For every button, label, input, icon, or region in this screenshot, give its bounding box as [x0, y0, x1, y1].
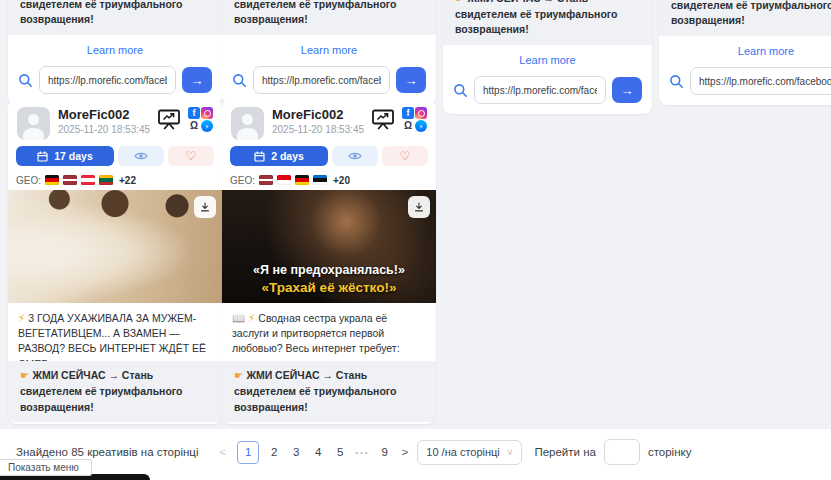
creative-card-1: MoreFic002 2025-11-20 18:53:45 f Ω ⚡ 17 … [8, 100, 222, 424]
landing-url-input[interactable] [474, 76, 606, 104]
download-icon [200, 201, 210, 213]
heart-icon: ♡ [400, 150, 411, 162]
pointer-icon: ☛ [20, 369, 29, 381]
creative-card-top-1: ☛ЖМИ СЕЙЧАС → Стань свидетелем её триумф… [8, 0, 222, 104]
days-label: 17 days [54, 150, 93, 162]
geo-more-count[interactable]: +22 [119, 175, 136, 186]
creative-card-2: MoreFic002 2025-11-20 18:53:45 f Ω ⚡ 2 d… [222, 100, 436, 424]
header-icons: f Ω ⚡ [371, 107, 427, 132]
learn-more-link[interactable]: Learn more [443, 45, 652, 71]
geo-more-count[interactable]: +20 [333, 175, 350, 186]
board-chart-icon [157, 109, 181, 131]
url-row: → [443, 71, 652, 106]
creative-body: 📖 ⚡ Сводная сестра украла её заслуги и п… [222, 303, 436, 361]
eye-icon [134, 151, 148, 161]
book-lightning-icon: 📖 ⚡ [232, 312, 255, 324]
download-image-button[interactable] [194, 196, 216, 218]
learn-more-link[interactable]: Learn more [222, 422, 436, 424]
geo-label: GEO: [230, 175, 255, 186]
download-image-button[interactable] [408, 196, 430, 218]
page: ☛ЖМИ СЕЙЧАС → Стань свидетелем её триумф… [0, 0, 831, 480]
landing-url-input[interactable] [253, 66, 390, 94]
page-2[interactable]: 2 [264, 446, 284, 458]
flag-red-white-icon [277, 175, 291, 185]
promo-headline: ☛ЖМИ СЕЙЧАС → Стань свидетелем её триумф… [8, 361, 222, 422]
open-url-button[interactable]: → [182, 67, 212, 93]
audience-network-icon: Ω [188, 120, 200, 132]
header-text: MoreFic002 2025-11-20 18:53:45 [58, 107, 157, 136]
body-text: Сводная сестра украла её заслуги и притв… [232, 312, 400, 361]
account-name: MoreFic002 [272, 107, 371, 123]
promo-text: ЖМИ СЕЙЧАС → Стань свидетелем её триумфа… [20, 369, 183, 413]
arrow-right-icon: → [405, 73, 418, 88]
avatar [17, 107, 50, 140]
open-url-button[interactable]: → [396, 67, 426, 93]
geo-row: GEO: +20 [222, 168, 436, 190]
favorite-button[interactable]: ♡ [168, 146, 214, 166]
flag-germany-icon [295, 175, 309, 185]
pages-ellipsis[interactable]: ••• [355, 448, 369, 457]
lightning-icon: ⚡ [18, 312, 25, 324]
placements: f Ω ⚡ [188, 107, 213, 132]
page-1-active[interactable]: 1 [237, 441, 259, 464]
placements: f Ω ⚡ [402, 107, 427, 132]
more-link[interactable]: more [58, 359, 81, 361]
page-5[interactable]: 5 [330, 446, 350, 458]
days-active-button[interactable]: 2 days [230, 146, 328, 166]
flag-latvia-icon [259, 175, 273, 185]
views-button[interactable] [332, 146, 378, 166]
url-row: → [8, 61, 222, 96]
goto-page-input[interactable] [604, 439, 640, 465]
days-active-button[interactable]: 17 days [16, 146, 114, 166]
promo-text: ЖМИ СЕЙЧАС → Стань свидетелем её триумфа… [234, 369, 397, 413]
calendar-icon [37, 151, 48, 162]
flag-austria-icon [81, 175, 95, 185]
views-button[interactable] [118, 146, 164, 166]
flag-estonia-icon [313, 175, 327, 185]
search-icon [669, 74, 684, 89]
per-page-value: 10 /на сторінці [426, 446, 500, 458]
pagination-bar: Знайдено 85 креативів на сторінці < 1 2 … [16, 440, 691, 464]
per-page-select[interactable]: 10 /на сторінці∨ [417, 440, 522, 465]
pointer-icon: ☛ [234, 369, 243, 381]
creative-image: «Я не предохранялась!» «Трахай её жёстко… [222, 190, 436, 303]
prev-page-button[interactable]: < [219, 446, 226, 458]
page-3[interactable]: 3 [286, 446, 306, 458]
audience-network-icon: Ω [402, 120, 414, 132]
creative-card-top-4: ☛ЖМИ СЕЙЧАС → Стань свидетелем её триумф… [659, 0, 831, 105]
creative-datetime: 2025-11-20 18:53:45 [58, 123, 157, 136]
search-icon [232, 73, 247, 88]
creative-datetime: 2025-11-20 18:53:45 [272, 123, 371, 136]
facebook-icon: f [402, 107, 414, 119]
calendar-icon [254, 151, 265, 162]
promo-headline: ☛ЖМИ СЕЙЧАС → Стань свидетелем её триумф… [443, 0, 652, 45]
favorite-button[interactable]: ♡ [382, 146, 428, 166]
geo-label: GEO: [16, 175, 41, 186]
page-4[interactable]: 4 [308, 446, 328, 458]
next-page-button[interactable]: > [402, 446, 409, 458]
card-actions: 17 days ♡ [8, 143, 222, 168]
card-header: MoreFic002 2025-11-20 18:53:45 f Ω ⚡ [222, 100, 436, 143]
page-last[interactable]: 9 [375, 446, 395, 458]
show-menu-button[interactable]: Показать меню [0, 459, 92, 476]
body-text: 3 ГОДА УХАЖИВАЛА ЗА МУЖЕМ-ВЕГЕТАТИВЦЕМ..… [18, 312, 206, 361]
creative-image [8, 190, 222, 303]
open-url-button[interactable]: → [612, 77, 642, 103]
arrow-right-icon: → [191, 73, 204, 88]
board-chart-icon [371, 109, 395, 131]
landing-url-input[interactable] [39, 66, 176, 94]
header-text: MoreFic002 2025-11-20 18:53:45 [272, 107, 371, 136]
learn-more-link[interactable]: Learn more [8, 422, 222, 424]
url-row: → [222, 61, 436, 96]
messenger-icon: ⚡ [201, 120, 213, 132]
account-name: MoreFic002 [58, 107, 157, 123]
learn-more-link[interactable]: Learn more [659, 36, 831, 62]
more-link[interactable]: more [302, 359, 325, 361]
facebook-icon: f [188, 107, 200, 119]
learn-more-link[interactable]: Learn more [222, 35, 436, 61]
learn-more-link[interactable]: Learn more [8, 35, 222, 61]
promo-headline: ☛ЖМИ СЕЙЧАС → Стань свидетелем её триумф… [222, 361, 436, 422]
chevron-down-icon: ∨ [507, 447, 514, 457]
landing-url-input[interactable] [690, 67, 831, 95]
flag-lithuania-icon [99, 175, 113, 185]
